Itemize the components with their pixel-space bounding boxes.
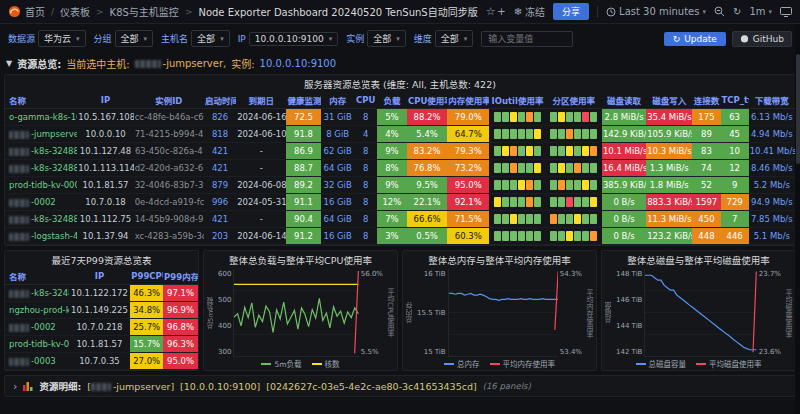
cell-text: d2-420d-a632-6	[135, 163, 203, 173]
legend-item[interactable]: 平均内存使用率	[490, 358, 556, 369]
cell-text: 9%	[385, 146, 399, 156]
filter-value-dropdown[interactable]: 华为云▾	[38, 30, 86, 47]
instance-value: 10.0.0.10:9100	[260, 58, 337, 69]
refresh-icon[interactable]: ↻	[733, 6, 741, 17]
cell-text: 8	[363, 146, 368, 156]
breadcrumb-dashboards[interactable]: 仪表板	[60, 4, 90, 19]
cell-text: 73.2%	[455, 163, 482, 173]
cell-text: 64 GiB	[323, 163, 351, 173]
scrollbar[interactable]	[795, 24, 800, 414]
column-header[interactable]: P99CPU	[130, 268, 163, 285]
favorite-star-icon[interactable]: ☆	[486, 5, 496, 18]
filter-value-dropdown[interactable]: 全部▾	[367, 30, 406, 47]
legend-label: 平均内存使用率	[503, 358, 556, 369]
row-header-overview[interactable]: ▼ 资源总览: 当前选中主机: -jumpserver, 实例: 10.0.0.…	[0, 53, 800, 72]
collapse-chevron-icon[interactable]: ›	[13, 380, 17, 393]
host-name-cell[interactable]: -k8s-32488	[5, 285, 69, 302]
legend-item[interactable]: 总磁盘容量	[636, 358, 687, 369]
add-panel-icon[interactable]: +	[497, 6, 505, 17]
usage-heatmap	[547, 126, 601, 142]
redacted-text	[9, 131, 29, 139]
column-header[interactable]: 健康监测	[286, 92, 320, 109]
usage-heatmap	[490, 228, 544, 244]
column-header[interactable]: 到期日	[236, 92, 286, 109]
variable-value-input[interactable]	[481, 31, 573, 47]
legend-item[interactable]: 核数	[312, 358, 340, 369]
column-header[interactable]: 内存使用率	[447, 92, 489, 109]
column-header[interactable]: IP	[69, 268, 131, 285]
scrollbar-thumb[interactable]	[796, 54, 800, 164]
column-header[interactable]: 磁盘读取	[602, 92, 646, 109]
grafana-logo-icon[interactable]	[8, 5, 21, 18]
table-cell: 10.0.0.10	[77, 126, 133, 143]
table-cell: 66.6%	[407, 211, 447, 228]
host-name-cell[interactable]: -jumpserver	[5, 126, 77, 143]
table-cell: 8	[355, 109, 377, 126]
share-button[interactable]: 分享	[553, 3, 589, 20]
cell-text: 10.1 MiB/s	[603, 146, 646, 156]
column-header[interactable]: 内存	[321, 92, 355, 109]
table-row: -000310.7.0.3527.0%95.0%	[5, 353, 198, 370]
legend-item[interactable]: 总内存	[444, 358, 480, 369]
column-header[interactable]: 下载带宽	[749, 92, 795, 109]
filter-value-dropdown[interactable]: 全部▾	[191, 30, 230, 47]
heat-square	[558, 180, 565, 190]
column-header[interactable]: IP	[77, 92, 133, 109]
y-axis-ticks-right: 56.0%5.5%	[359, 269, 385, 357]
tick-label: 142 TiB	[616, 348, 642, 356]
column-header[interactable]: 分区使用率	[546, 92, 602, 109]
column-header[interactable]: 实例ID	[134, 92, 204, 109]
legend-item[interactable]: 平均磁盘使用率	[696, 358, 762, 369]
table-cell: 90.4	[286, 211, 320, 228]
zoom-out-icon[interactable]	[714, 6, 725, 17]
column-header[interactable]: 连接数	[692, 92, 720, 109]
legend-item[interactable]: 5m负载	[261, 358, 301, 369]
breadcrumb-home[interactable]: 首页	[25, 4, 45, 19]
panel-count-note: (16 panels)	[483, 381, 531, 391]
kiosk-mode-icon[interactable]	[780, 7, 792, 17]
heat-square	[526, 180, 533, 190]
cell-text: -logstash-4f	[31, 231, 77, 241]
host-name-cell[interactable]: -k8s-32488	[5, 143, 77, 160]
host-name-cell[interactable]: prod-tidb-kv-0004	[5, 336, 69, 353]
host-name-cell[interactable]: -0002	[5, 319, 69, 336]
host-name-cell[interactable]: -logstash-4f	[5, 228, 77, 245]
filter-value-dropdown[interactable]: 10.0.0.10:9100▾	[249, 32, 338, 46]
filter-value-dropdown[interactable]: 全部▾	[115, 30, 154, 47]
y-axis-label-right: 平均内存使用率	[584, 269, 594, 357]
freeze-button[interactable]: ❄ 冻结	[514, 4, 545, 19]
host-name-cell[interactable]: o-gamma-k8s-16235	[5, 109, 77, 126]
heat-square	[510, 197, 517, 207]
table-cell: 421	[204, 211, 236, 228]
column-header[interactable]: 磁盘写入	[646, 92, 692, 109]
collapse-caret-icon[interactable]: ▼	[6, 59, 12, 68]
column-header[interactable]: P99内存	[163, 268, 198, 285]
github-button[interactable]: GitHub	[732, 31, 792, 47]
time-range-picker[interactable]: Last 30 minutes ▾	[606, 6, 706, 17]
filter-value-dropdown[interactable]: 全部▾	[435, 30, 474, 47]
host-name-cell[interactable]: -0002	[5, 194, 77, 211]
refresh-interval-dropdown[interactable]: 1m ▾	[749, 6, 772, 17]
column-header[interactable]: 名称	[5, 92, 77, 109]
host-name-cell[interactable]: -k8s-32488	[5, 211, 77, 228]
host-name-cell[interactable]: ngzhou-prod-k8s-1	[5, 302, 69, 319]
column-header[interactable]: 名称	[5, 268, 69, 285]
cell-text: -k8s-32488	[31, 163, 77, 173]
filter-value: 全部	[121, 32, 139, 45]
usage-heatmap	[547, 211, 601, 227]
host-name-cell[interactable]: -k8s-32488	[5, 160, 77, 177]
table-row: prod-tidb-kv-000410.1.81.5732-4046-83b7-…	[5, 177, 795, 194]
column-header[interactable]: TCP_tw	[721, 92, 749, 109]
heat-square	[590, 146, 597, 156]
column-header[interactable]: 启动时间	[204, 92, 236, 109]
breadcrumb-folder[interactable]: K8S与主机监控	[110, 4, 179, 19]
row-header-resource-detail[interactable]: › 资源明细: [-jumpserver] [10.0.0.10:9100] […	[4, 375, 796, 397]
column-header[interactable]: CPU使用率	[407, 92, 447, 109]
filter-1: 分组全部▾	[94, 30, 154, 47]
column-header[interactable]: 负载	[377, 92, 407, 109]
column-header[interactable]: CPU	[355, 92, 377, 109]
column-header[interactable]: IOutil使用率	[489, 92, 545, 109]
update-button[interactable]: ↻ Update	[664, 32, 726, 46]
host-name-cell[interactable]: prod-tidb-kv-0004	[5, 177, 77, 194]
host-name-cell[interactable]: -0003	[5, 353, 69, 370]
